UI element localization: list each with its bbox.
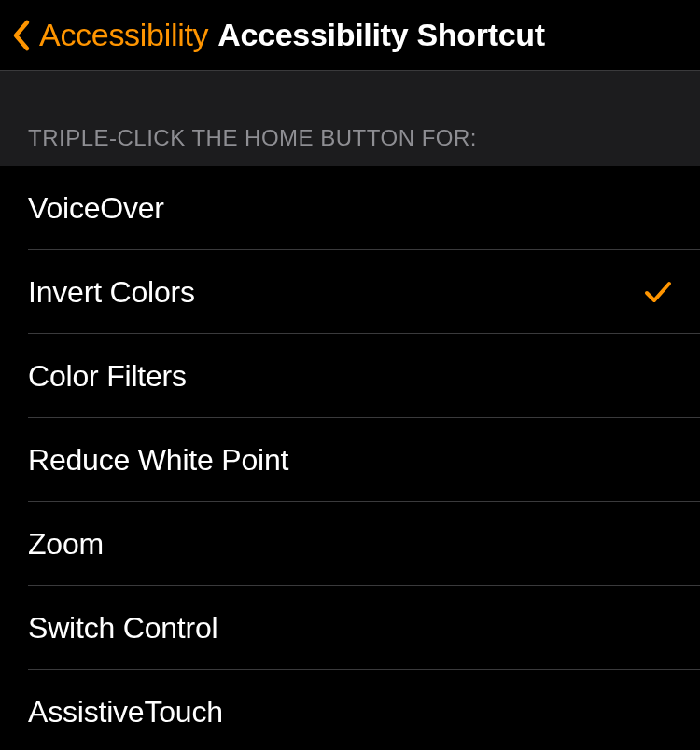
section-header: TRIPLE-CLICK THE HOME BUTTON FOR: — [0, 71, 700, 166]
content: TRIPLE-CLICK THE HOME BUTTON FOR: VoiceO… — [0, 71, 700, 750]
list-item-label: Switch Control — [28, 611, 218, 646]
list-item-label: AssistiveTouch — [28, 695, 223, 729]
list-item-label: Reduce White Point — [28, 443, 288, 478]
list-item-label: Invert Colors — [28, 275, 195, 310]
option-invert-colors[interactable]: Invert Colors — [0, 250, 700, 334]
list-item-label: VoiceOver — [28, 191, 164, 226]
list-item-label: Zoom — [28, 527, 104, 562]
option-color-filters[interactable]: Color Filters — [0, 334, 700, 418]
page-title: Accessibility Shortcut — [217, 17, 545, 53]
back-button[interactable]: Accessibility — [11, 17, 208, 53]
options-list: VoiceOver Invert Colors Color Filters Re… — [0, 166, 700, 750]
checkmark-icon — [644, 280, 672, 304]
option-switch-control[interactable]: Switch Control — [0, 586, 700, 670]
option-voiceover[interactable]: VoiceOver — [0, 166, 700, 250]
navigation-bar: Accessibility Accessibility Shortcut — [0, 0, 700, 71]
option-reduce-white-point[interactable]: Reduce White Point — [0, 418, 700, 502]
option-zoom[interactable]: Zoom — [0, 502, 700, 586]
chevron-left-icon — [11, 19, 32, 52]
back-label: Accessibility — [39, 17, 208, 53]
option-assistivetouch[interactable]: AssistiveTouch — [0, 670, 700, 750]
list-item-label: Color Filters — [28, 359, 187, 394]
